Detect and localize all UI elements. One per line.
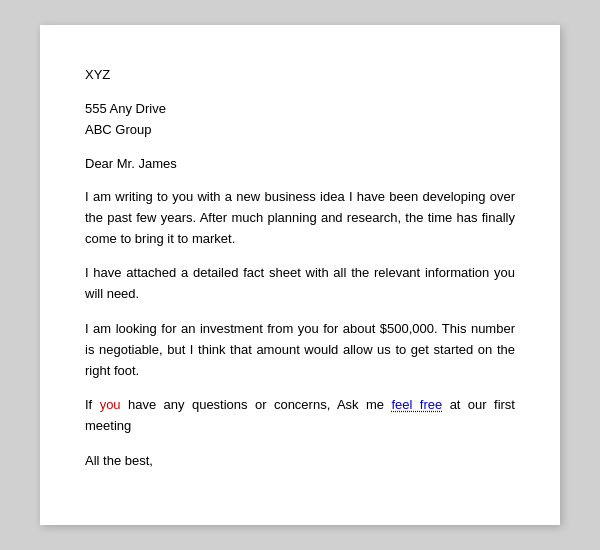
paragraph4-feel-free: feel free <box>391 397 442 412</box>
salutation: Dear Mr. James <box>85 154 515 174</box>
paragraph2: I have attached a detailed fact sheet wi… <box>85 263 515 305</box>
paragraph4-part1: If <box>85 397 100 412</box>
paragraph4-you: you <box>100 397 121 412</box>
paragraph4: If you have any questions or concerns, A… <box>85 395 515 437</box>
address-line2: ABC Group <box>85 120 515 140</box>
closing: All the best, <box>85 451 515 471</box>
paragraph3: I am looking for an investment from you … <box>85 319 515 381</box>
letter-document: XYZ 555 Any Drive ABC Group Dear Mr. Jam… <box>40 25 560 525</box>
sender-name: XYZ <box>85 65 515 85</box>
address-line1: 555 Any Drive <box>85 99 515 119</box>
paragraph4-part2: have any questions or concerns, Ask me <box>121 397 392 412</box>
paragraph1: I am writing to you with a new business … <box>85 187 515 249</box>
